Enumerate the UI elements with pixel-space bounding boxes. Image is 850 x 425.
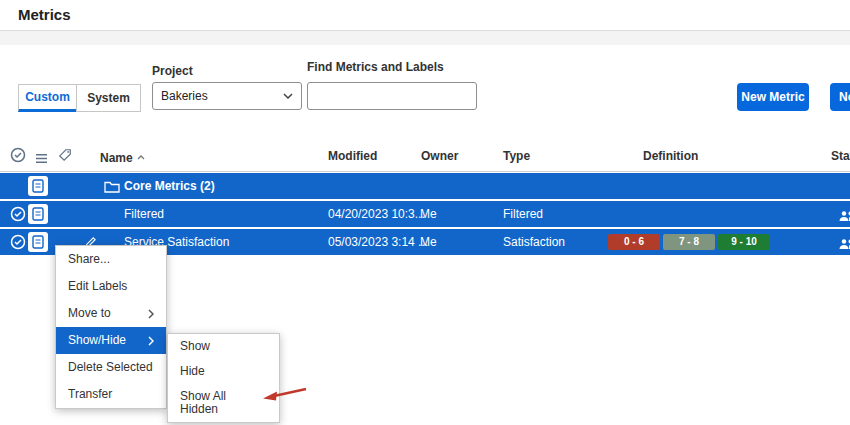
menu-item-transfer[interactable]: Transfer [56, 381, 166, 408]
metrics-page: Metrics Custom System Project Bakeries F… [0, 0, 850, 425]
row-menu-column-hamburger-icon [35, 150, 48, 168]
column-header-name[interactable]: Name [100, 149, 145, 165]
metric-owner: Me [420, 235, 437, 249]
shared-users-icon [838, 208, 850, 226]
column-header-type[interactable]: Type [503, 149, 530, 163]
column-header-definition[interactable]: Definition [643, 149, 698, 163]
folder-name: Core Metrics (2) [124, 179, 215, 193]
row-check-circle-icon[interactable] [10, 234, 26, 254]
table-header-border [0, 171, 850, 172]
submenu-item-hide[interactable]: Hide [168, 359, 279, 384]
metric-modified: 04/20/2023 10:3... [328, 207, 425, 221]
select-all-check-circle-icon[interactable] [10, 147, 26, 167]
show-hide-submenu: Show Hide Show All Hidden [167, 333, 280, 423]
menu-item-delete-selected[interactable]: Delete Selected [56, 354, 166, 381]
metric-type: Satisfaction [503, 235, 565, 249]
sort-ascending-icon [137, 149, 145, 163]
chevron-down-icon [283, 93, 293, 99]
tab-custom[interactable]: Custom [18, 84, 77, 112]
metric-modified: 05/03/2023 3:14 ... [328, 235, 428, 249]
context-menu: Share... Edit Labels Move to Show/Hide D… [55, 245, 167, 409]
row-actions-document-icon[interactable] [28, 176, 48, 196]
header-band [0, 31, 850, 45]
labels-column-tag-icon [58, 148, 72, 166]
submenu-item-show[interactable]: Show [168, 334, 279, 359]
metric-name: Filtered [124, 207, 164, 221]
column-header-owner[interactable]: Owner [421, 149, 458, 163]
tab-system[interactable]: System [76, 84, 141, 112]
folder-icon [104, 179, 120, 197]
chevron-right-icon [148, 309, 154, 319]
chevron-right-icon [148, 336, 154, 346]
metric-owner: Me [420, 207, 437, 221]
new-secondary-button[interactable]: New [830, 83, 850, 111]
definition-badges: 0 - 6 7 - 8 9 - 10 [608, 234, 770, 250]
menu-item-move-to[interactable]: Move to [56, 300, 166, 327]
row-actions-document-icon[interactable] [28, 204, 48, 224]
project-label: Project [152, 64, 193, 78]
project-select-value: Bakeries [161, 89, 283, 103]
table-row[interactable]: Filtered 04/20/2023 10:3... Me Filtered [0, 201, 850, 227]
project-select[interactable]: Bakeries [152, 82, 302, 110]
row-check-circle-icon[interactable] [10, 206, 26, 226]
menu-item-share[interactable]: Share... [56, 246, 166, 273]
column-header-status[interactable]: Status [831, 149, 850, 163]
definition-badge-passives: 7 - 8 [663, 234, 715, 250]
annotation-arrow-icon [260, 386, 308, 408]
menu-item-show-hide[interactable]: Show/Hide [56, 327, 166, 354]
menu-item-edit-labels[interactable]: Edit Labels [56, 273, 166, 300]
definition-badge-detractors: 0 - 6 [608, 234, 660, 250]
page-title: Metrics [18, 6, 71, 23]
column-header-modified[interactable]: Modified [328, 149, 377, 163]
definition-badge-promoters: 9 - 10 [718, 234, 770, 250]
new-metric-button[interactable]: New Metric [737, 83, 809, 111]
folder-row[interactable]: Core Metrics (2) [0, 173, 850, 199]
search-label: Find Metrics and Labels [307, 60, 444, 74]
search-input[interactable] [307, 82, 477, 110]
metric-type: Filtered [503, 207, 543, 221]
row-actions-document-icon[interactable] [28, 232, 48, 252]
shared-users-icon [838, 236, 850, 254]
